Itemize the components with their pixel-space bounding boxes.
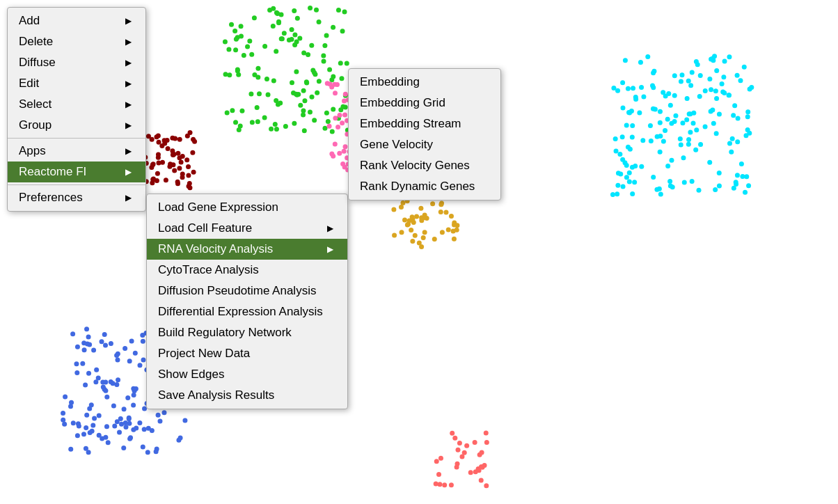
menu-item-edit[interactable]: Edit ▶	[8, 73, 145, 94]
menu-item-cytotrace[interactable]: CytoTrace Analysis	[147, 260, 347, 281]
menu-item-embedding-grid[interactable]: Embedding Grid	[349, 93, 500, 113]
menu-item-project-new-data[interactable]: Project New Data	[147, 343, 347, 364]
menu-item-gene-velocity[interactable]: Gene Velocity	[349, 134, 500, 155]
submenu-arrow-edit: ▶	[125, 79, 132, 88]
menu-item-embedding[interactable]: Embedding	[349, 72, 500, 93]
menu-item-preferences[interactable]: Preferences ▶	[8, 187, 145, 208]
menu-item-load-gene-expression[interactable]: Load Gene Expression	[147, 197, 347, 218]
menu-item-diffusion-pseudotime[interactable]: Diffusion Pseudotime Analysis	[147, 281, 347, 301]
menu-item-apps[interactable]: Apps ▶	[8, 141, 145, 162]
menu-item-group[interactable]: Group ▶	[8, 115, 145, 136]
menu-item-show-edges[interactable]: Show Edges	[147, 364, 347, 385]
submenu-arrow-select: ▶	[125, 100, 132, 109]
submenu-arrow-apps: ▶	[125, 146, 132, 156]
menu-item-add[interactable]: Add ▶	[8, 10, 145, 31]
menu-level3: Embedding Embedding Grid Embedding Strea…	[348, 68, 501, 200]
submenu-arrow-add: ▶	[125, 16, 132, 26]
menu-item-select[interactable]: Select ▶	[8, 94, 145, 115]
submenu-arrow-load-cell-feature: ▶	[327, 223, 333, 233]
context-menu: Add ▶ Delete ▶ Diffuse ▶ Edit ▶ Select ▶…	[7, 7, 501, 409]
menu-level1: Add ▶ Delete ▶ Diffuse ▶ Edit ▶ Select ▶…	[7, 7, 146, 212]
menu-item-diffuse[interactable]: Diffuse ▶	[8, 52, 145, 73]
menu-separator-1	[8, 138, 145, 139]
menu-item-rna-velocity[interactable]: RNA Velocity Analysis ▶	[147, 239, 347, 260]
menu-item-load-cell-feature[interactable]: Load Cell Feature ▶	[147, 218, 347, 239]
menu-item-save-analysis-results[interactable]: Save Analysis Results	[147, 385, 347, 406]
submenu-arrow-diffuse: ▶	[125, 58, 132, 68]
menu-item-delete[interactable]: Delete ▶	[8, 31, 145, 52]
menu-item-differential-expression[interactable]: Differential Expression Analysis	[147, 301, 347, 322]
menu-level2: Load Gene Expression Load Cell Feature ▶…	[146, 194, 348, 409]
submenu-arrow-reactome-fi: ▶	[125, 167, 132, 177]
submenu-arrow-group: ▶	[125, 120, 132, 130]
menu-level2-wrapper: Load Gene Expression Load Cell Feature ▶…	[146, 7, 501, 409]
menu-item-embedding-stream[interactable]: Embedding Stream	[349, 113, 500, 134]
submenu-arrow-rna-velocity: ▶	[327, 244, 333, 254]
submenu-arrow-delete: ▶	[125, 37, 132, 47]
menu-item-build-regulatory-network[interactable]: Build Regulatory Network	[147, 322, 347, 343]
menu-separator-2	[8, 184, 145, 185]
menu-item-rank-velocity-genes[interactable]: Rank Velocity Genes	[349, 155, 500, 176]
submenu-arrow-preferences: ▶	[125, 193, 132, 203]
menu-item-reactome-fi[interactable]: Reactome FI ▶	[8, 162, 145, 182]
menu-item-rank-dynamic-genes[interactable]: Rank Dynamic Genes	[349, 176, 500, 197]
